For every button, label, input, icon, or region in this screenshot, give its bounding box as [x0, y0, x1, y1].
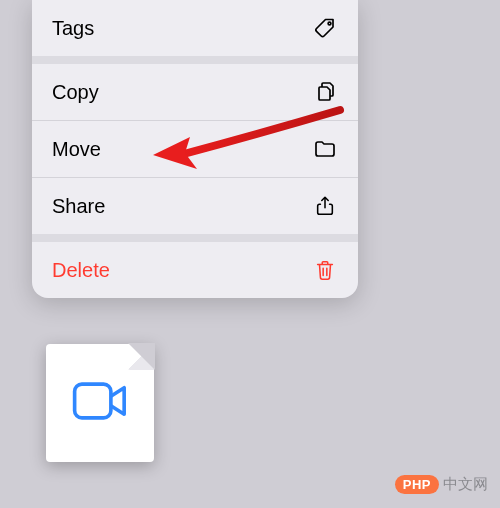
menu-item-label: Share	[52, 195, 105, 218]
share-icon	[312, 193, 338, 219]
watermark-pill: PHP	[395, 475, 439, 494]
menu-item-move[interactable]: Move	[32, 121, 358, 177]
menu-item-copy[interactable]: Copy	[32, 64, 358, 120]
copy-icon	[312, 79, 338, 105]
file-thumbnail[interactable]	[46, 344, 154, 462]
tag-icon	[312, 15, 338, 41]
watermark: PHP 中文网	[395, 475, 488, 494]
menu-item-label: Move	[52, 138, 101, 161]
video-icon	[71, 379, 129, 427]
menu-item-label: Copy	[52, 81, 99, 104]
menu-item-label: Tags	[52, 17, 94, 40]
trash-icon	[312, 257, 338, 283]
svg-rect-1	[75, 384, 111, 418]
watermark-text: 中文网	[443, 475, 488, 494]
menu-item-share[interactable]: Share	[32, 178, 358, 234]
context-menu: Tags Copy Move Share	[32, 0, 358, 298]
svg-point-0	[328, 22, 331, 25]
menu-item-tags[interactable]: Tags	[32, 0, 358, 56]
menu-separator	[32, 56, 358, 64]
menu-item-delete[interactable]: Delete	[32, 242, 358, 298]
folder-icon	[312, 136, 338, 162]
menu-separator	[32, 234, 358, 242]
menu-item-label: Delete	[52, 259, 110, 282]
